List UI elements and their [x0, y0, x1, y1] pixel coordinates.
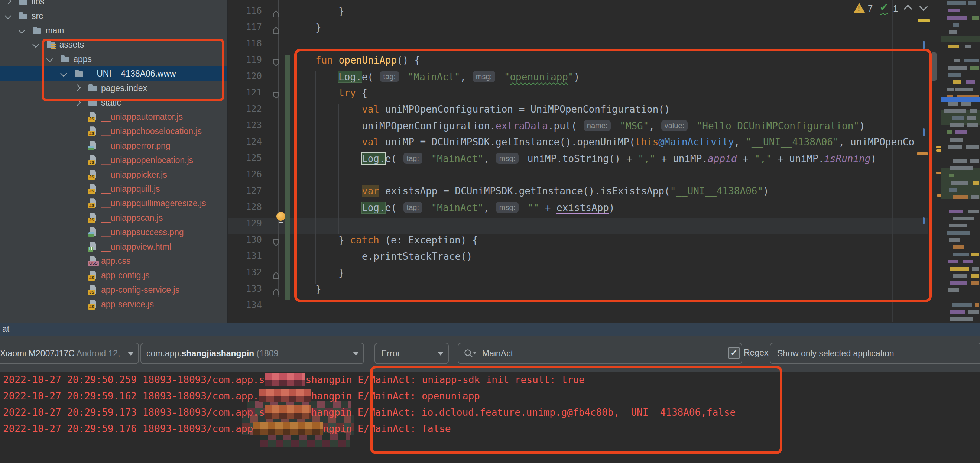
- line-number: 128: [228, 202, 262, 218]
- tree-item--uniappautomator-js[interactable]: JS__uniappautomator.js: [0, 109, 228, 124]
- chevron-down-icon[interactable]: [32, 41, 39, 48]
- intention-bulb-icon[interactable]: [277, 212, 285, 221]
- folder-icon: [32, 25, 42, 35]
- tree-item-src[interactable]: src: [0, 8, 228, 23]
- minimap-block: [972, 267, 978, 270]
- logcat-tab-band: at: [0, 323, 980, 336]
- minimap-block: [949, 210, 963, 213]
- stripe-caret-mark[interactable]: [923, 41, 925, 49]
- minimap-block: [971, 274, 978, 278]
- typo-check-icon: ✔: [880, 2, 888, 13]
- search-icon: [464, 348, 476, 359]
- vcs-added-strip: [285, 55, 290, 300]
- log-search-field[interactable]: MainAct ✕: [458, 343, 742, 364]
- tree-item-libs[interactable]: libs: [0, 0, 228, 8]
- tree-item--uniappquillimageresize-js[interactable]: JS__uniappquillimageresize.js: [0, 196, 228, 210]
- line-number: 119: [228, 55, 262, 71]
- chevron-right-icon[interactable]: [5, 0, 11, 5]
- minimap-block: [950, 167, 972, 170]
- fold-start-icon[interactable]: [272, 239, 280, 247]
- scrollbar-thumb[interactable]: [931, 52, 937, 81]
- tree-item-label: app.css: [101, 256, 130, 266]
- log-level-selector[interactable]: Error: [374, 343, 449, 364]
- tree-item-label: __uniappchooselocation.js: [101, 126, 202, 136]
- tree-item-label: app-config-service.js: [101, 285, 180, 295]
- logcat-tab-label[interactable]: at: [2, 324, 9, 334]
- tree-item-label: libs: [32, 0, 45, 7]
- minimap-block: [966, 145, 978, 149]
- next-problem-icon[interactable]: [920, 3, 928, 11]
- tree-item--uniapppicker-js[interactable]: JS__uniapppicker.js: [0, 167, 228, 182]
- minimap-block: [950, 138, 963, 142]
- fold-end-icon[interactable]: [272, 26, 280, 34]
- js-icon: JS: [88, 155, 98, 165]
- tree-item--uniappopenlocation-js[interactable]: JS__uniappopenlocation.js: [0, 153, 228, 167]
- fold-end-icon[interactable]: [272, 10, 280, 18]
- minimap-block: [948, 260, 958, 263]
- tree-item-app-config-service-js[interactable]: JSapp-config-service.js: [0, 282, 228, 297]
- process-selector[interactable]: com.app.shangjiashangpin (1809: [140, 343, 364, 364]
- regex-checkbox[interactable]: ✓: [728, 347, 740, 359]
- tree-item-label: main: [45, 25, 64, 36]
- minimap-block: [950, 310, 965, 313]
- tree-item--uniappquill-js[interactable]: JS__uniappquill.js: [0, 181, 228, 196]
- process-pid: (1809: [254, 348, 278, 358]
- device-name: Xiaomi M2007J17C: [0, 348, 75, 358]
- minimap-block: [950, 123, 964, 127]
- chevron-down-icon[interactable]: [19, 27, 25, 33]
- android-studio-window: libssrcmainassetsapps__UNI__4138A06.wwwp…: [0, 0, 980, 463]
- line-number: 123: [228, 120, 262, 136]
- minimap-block: [947, 16, 967, 20]
- tree-item-label: __uniappquillimageresize.js: [101, 199, 206, 208]
- tree-item-label: __uniappscan.js: [101, 213, 163, 223]
- minimap-block: [952, 116, 964, 120]
- tree-item--uniappview-html[interactable]: H__uniappview.html: [0, 239, 228, 254]
- tree-item-app-service-js[interactable]: JSapp-service.js: [0, 297, 228, 311]
- minimap-block: [947, 88, 954, 91]
- line-number: 130: [228, 234, 262, 251]
- code-line-116[interactable]: }: [292, 6, 344, 22]
- folder-icon: [18, 11, 29, 21]
- code-line-117[interactable]: }: [292, 22, 321, 38]
- fold-end-icon[interactable]: [272, 288, 280, 296]
- minimap-block: [973, 181, 978, 185]
- js-icon: JS: [88, 270, 98, 280]
- fold-end-icon[interactable]: [272, 271, 280, 279]
- minimap-block: [955, 130, 967, 134]
- minimap[interactable]: [941, 0, 980, 323]
- line-number: 132: [228, 267, 262, 283]
- tree-item-main[interactable]: main: [0, 23, 228, 38]
- tree-item-app-config-js[interactable]: JSapp-config.js: [0, 268, 228, 282]
- tree-item-app-css[interactable]: CSSapp.css: [0, 253, 228, 268]
- minimap-block: [972, 281, 978, 285]
- typo-count: 1: [893, 3, 898, 14]
- fold-start-icon[interactable]: [272, 59, 280, 67]
- minimap-block: [948, 8, 959, 12]
- warning-icon: [854, 3, 865, 13]
- minimap-block: [970, 109, 977, 113]
- process-name: shangjiashangpin: [182, 348, 255, 358]
- image-file-icon: [88, 140, 98, 151]
- js-icon: JS: [88, 198, 98, 208]
- minimap-block: [953, 216, 974, 220]
- fold-start-icon[interactable]: [272, 91, 280, 100]
- css-icon: CSS: [88, 256, 98, 266]
- prev-problem-icon[interactable]: [904, 5, 912, 13]
- log-level-value: Error: [381, 348, 400, 358]
- minimap-block: [949, 188, 957, 192]
- html-icon: H: [88, 242, 98, 251]
- chevron-down-icon[interactable]: [5, 12, 11, 19]
- line-number: 117: [228, 22, 262, 38]
- minimap-block: [971, 253, 978, 256]
- line-number: 125: [228, 153, 262, 169]
- minimap-block: [948, 145, 962, 149]
- tree-item--uniapperror-png[interactable]: __uniapperror.png: [0, 138, 228, 153]
- tree-item--uniappsuccess-png[interactable]: __uniappsuccess.png: [0, 225, 228, 239]
- tree-item--uniappscan-js[interactable]: JS__uniappscan.js: [0, 210, 228, 225]
- tree-item--uniappchooselocation-js[interactable]: JS__uniappchooselocation.js: [0, 124, 228, 138]
- process-prefix: com.app.: [146, 348, 182, 358]
- show-only-selected-dropdown[interactable]: Show only selected application: [770, 343, 980, 364]
- device-selector[interactable]: Xiaomi M2007J17C Android 12,: [0, 343, 139, 364]
- log-prefix: 2022-10-27 20:29:50.259 18093-18093/com.…: [3, 374, 264, 385]
- js-icon: JS: [88, 285, 98, 295]
